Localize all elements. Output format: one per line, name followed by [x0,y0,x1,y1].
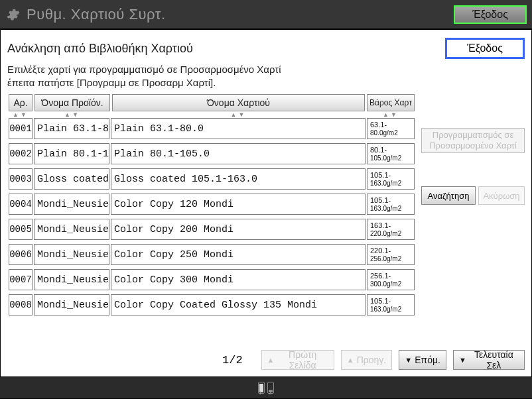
cell-name: Color Copy Coated Glossy 135 Mondi [111,294,366,315]
cell-product: Mondi_Neusied… [34,294,109,315]
col-header-no[interactable]: Αρ. [9,94,33,111]
cell-name: Plain 63.1-80.0 [111,118,366,139]
cell-name: Color Copy 250 Mondi [111,244,366,265]
cell-product: Mondi_Neusied… [34,269,109,290]
triangle-up-icon: ▲ [267,356,275,364]
next-page-button[interactable]: ▼Επόμ. [399,350,446,370]
cell-product: Plain 63.1-80… [34,118,109,139]
tray-2-label: 2 [269,390,271,396]
program-custom-paper-button: Προγραμματισμός σε Προσαρμοσμένο Χαρτί [421,128,525,153]
sort-indicator: ▲▼ [367,111,415,118]
table-row[interactable]: 0007Mondi_Neusied…Color Copy 300 Mondi25… [9,269,415,290]
triangle-down-icon: ▼ [459,356,466,364]
instructions: Επιλέξτε χαρτί για προγραμματισμό σε Προ… [7,63,525,89]
col-header-weight[interactable]: Βάρος Χαρτ [367,94,415,111]
table-row[interactable]: 0008Mondi_Neusied…Color Copy Coated Glos… [9,294,415,315]
program-label-1: Προγραμματισμός σε [422,130,524,141]
cell-weight: 105.1-163.0g/m2 [367,294,415,315]
cell-weight: 220.1-256.0g/m2 [367,244,415,265]
instruction-line-2: έπειτα πατήστε [Προγραμμ σε Προσαρμ Χαρτ… [7,76,525,89]
window-title: Ρυθμ. Χαρτιού Συρτ. [27,6,454,23]
search-button[interactable]: Αναζήτηση [421,186,476,205]
sort-indicator: ▲▼ [9,111,33,118]
gear-icon [5,7,20,22]
cell-no: 0006 [9,244,33,265]
cell-name: Color Copy 120 Mondi [111,194,366,215]
instruction-line-1: Επιλέξτε χαρτί για προγραμματισμό σε Προ… [7,63,525,76]
cell-no: 0005 [9,219,33,240]
cell-product: Mondi_Neusied… [34,244,109,265]
cell-no: 0007 [9,269,33,290]
cancel-button: Ακύρωση [478,186,525,205]
cell-weight: 105.1-163.0g/m2 [367,168,415,190]
page-count: 1/2 [222,354,243,367]
table-row[interactable]: 0001Plain 63.1-80…Plain 63.1-80.063.1-80… [9,118,415,139]
table-row[interactable]: 0002Plain 80.1-10…Plain 80.1-105.080.1-1… [9,143,415,164]
cell-product: Gloss coated … [34,168,109,190]
cell-product: Plain 80.1-10… [34,143,109,164]
panel-title: Ανάκληση από Βιβλιοθήκη Χαρτιού [7,42,193,56]
cell-no: 0002 [9,143,33,164]
program-label-2: Προσαρμοσμένο Χαρτί [422,141,524,151]
topbar-exit-button[interactable]: Έξοδος [454,5,527,24]
triangle-down-icon: ▼ [405,356,412,364]
cell-weight: 80.1-105.0g/m2 [367,143,415,164]
triangle-up-icon: ▲ [347,356,354,364]
cell-no: 0004 [9,194,33,215]
cell-name: Gloss coated 105.1-163.0 [111,168,366,190]
cell-weight: 105.1-163.0g/m2 [367,194,415,215]
cell-product: Mondi_Neusied… [34,219,109,240]
cell-weight: 256.1-300.0g/m2 [367,269,415,290]
cell-name: Color Copy 300 Mondi [111,269,366,290]
prev-page-button: ▲Προηγ. [341,350,392,370]
cell-no: 0001 [9,118,33,139]
first-page-button: ▲Πρώτη Σελίδα [261,350,334,370]
panel-exit-button[interactable]: Έξοδος [445,38,525,59]
cell-weight: 63.1-80.0g/m2 [367,118,415,139]
table-row[interactable]: 0003Gloss coated …Gloss coated 105.1-163… [9,168,415,190]
tray-1-label: 1 [259,390,261,396]
table-row[interactable]: 0004Mondi_Neusied…Color Copy 120 Mondi10… [9,194,415,215]
table-row[interactable]: 0005Mondi_Neusied…Color Copy 200 Mondi16… [9,219,415,240]
sort-indicator: ▲▼ [34,111,110,118]
cell-no: 0008 [9,294,33,315]
col-header-product[interactable]: Όνομα Προϊόν. [34,94,110,111]
col-header-name[interactable]: Όνομα Χαρτιού [112,94,365,111]
table-row[interactable]: 0006Mondi_Neusied…Color Copy 250 Mondi22… [9,244,415,265]
cell-product: Mondi_Neusied… [34,194,109,215]
last-page-button[interactable]: ▼Τελευταία Σελ [453,350,525,370]
cell-weight: 163.1-220.0g/m2 [367,219,415,240]
cell-no: 0003 [9,168,33,190]
cell-name: Plain 80.1-105.0 [111,143,366,164]
cell-name: Color Copy 200 Mondi [111,219,366,240]
sort-indicator: ▲▼ [112,111,365,118]
